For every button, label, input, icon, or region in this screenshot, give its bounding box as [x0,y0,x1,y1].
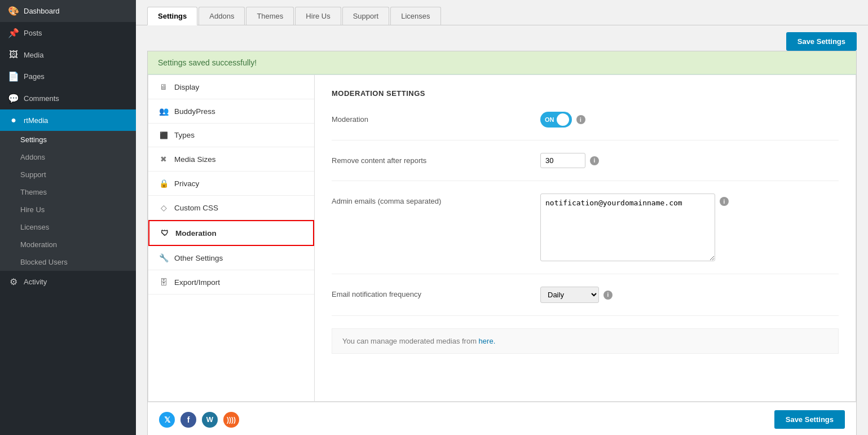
sidebar-item-label: Activity [24,278,47,286]
toggle-knob [557,113,569,126]
custom-css-icon: ◇ [158,203,169,212]
moderation-label: Moderation [332,112,540,124]
dashboard-icon: 🎨 [8,6,19,16]
nav-item-display[interactable]: 🖥 Display [148,75,314,99]
setting-row-admin-emails: Admin emails (comma separated) notificat… [332,194,839,274]
moderation-icon: 🛡 [160,229,170,238]
admin-emails-input[interactable]: notification@yourdomainname.com [540,194,715,261]
email-frequency-label: Email notification frequency [332,287,540,298]
settings-nav: 🖥 Display 👥 BuddyPress ⬛ Types ✖ Media S… [148,75,315,401]
privacy-icon: 🔒 [158,179,169,188]
manage-moderated-link[interactable]: here. [479,337,496,345]
sidebar-item-comments[interactable]: 💬 Comments [0,87,136,109]
toggle-on-label: ON [545,116,554,123]
nav-item-other-settings[interactable]: 🔧 Other Settings [148,246,314,270]
comments-icon: 💬 [8,93,19,104]
nav-item-export-import[interactable]: 🗄 Export/Import [148,270,314,295]
email-frequency-select[interactable]: Daily Weekly Monthly Never [540,287,599,303]
moderation-info-icon[interactable]: i [576,115,585,124]
tabs-bar: Settings Addons Themes Hire Us Support L… [136,0,868,25]
sidebar-item-pages[interactable]: 📄 Pages [0,65,136,87]
sidebar-item-label: Comments [24,94,59,103]
nav-item-moderation[interactable]: 🛡 Moderation [148,220,314,246]
settings-area: Settings saved successfully! 🖥 Display 👥… [147,51,857,435]
media-sizes-icon: ✖ [158,155,169,164]
sidebar-item-dashboard[interactable]: 🎨 Dashboard [0,0,136,22]
rtmedia-icon: ● [8,115,19,125]
submenu-item-themes[interactable]: Themes [0,183,136,201]
types-icon: ⬛ [158,131,169,139]
sidebar-item-media[interactable]: 🖼 Media [0,44,136,65]
setting-row-remove-content: Remove content after reports i [332,153,839,181]
nav-item-privacy[interactable]: 🔒 Privacy [148,172,314,196]
activity-icon: ⚙ [8,276,19,287]
moderation-toggle[interactable]: ON [540,112,572,128]
pages-icon: 📄 [8,71,19,82]
sidebar-item-posts[interactable]: 📌 Posts [0,22,136,44]
moderation-control: ON i [540,112,585,128]
sidebar-item-label: Dashboard [24,7,60,15]
nav-item-media-sizes[interactable]: ✖ Media Sizes [148,147,314,172]
tab-licenses[interactable]: Licenses [390,7,440,25]
sidebar-item-activity[interactable]: ⚙ Activity [0,271,136,293]
sidebar-item-label: rtMedia [24,116,48,125]
section-title: MODERATION SETTINGS [332,89,839,98]
top-save-row: Save Settings [136,25,868,51]
wp-admin-sidebar: 🎨 Dashboard 📌 Posts 🖼 Media 📄 Pages 💬 Co… [0,0,136,435]
rss-icon[interactable]: )))) [223,412,239,428]
settings-content-panel: MODERATION SETTINGS Moderation ON i Remo… [315,75,856,401]
submenu-item-moderation[interactable]: Moderation [0,236,136,253]
submenu-item-settings[interactable]: Settings [0,131,136,148]
submenu-item-hire-us[interactable]: Hire Us [0,201,136,218]
rtmedia-submenu: Settings Addons Support Themes Hire Us L… [0,131,136,271]
main-content: Settings Addons Themes Hire Us Support L… [136,0,868,435]
tab-addons[interactable]: Addons [199,7,245,25]
save-settings-button-bottom[interactable]: Save Settings [774,410,845,429]
nav-item-types[interactable]: ⬛ Types [148,124,314,147]
buddypress-icon: 👥 [158,107,169,116]
tab-themes[interactable]: Themes [246,7,294,25]
admin-emails-info-icon[interactable]: i [720,197,729,206]
tab-support[interactable]: Support [342,7,390,25]
tab-settings[interactable]: Settings [147,7,197,25]
remove-content-info-icon[interactable]: i [590,156,599,165]
email-frequency-control: Daily Weekly Monthly Never i [540,287,613,303]
export-import-icon: 🗄 [158,278,169,287]
setting-row-moderation: Moderation ON i [332,112,839,140]
tab-hire-us[interactable]: Hire Us [295,7,341,25]
email-frequency-info-icon[interactable]: i [603,291,613,300]
admin-emails-label: Admin emails (comma separated) [332,194,540,205]
twitter-icon[interactable]: 𝕏 [159,412,175,428]
social-icons: 𝕏 f W )))) [159,412,239,428]
display-icon: 🖥 [158,82,169,91]
save-settings-button-top[interactable]: Save Settings [786,32,857,51]
settings-layout: 🖥 Display 👥 BuddyPress ⬛ Types ✖ Media S… [148,74,856,402]
nav-item-buddypress[interactable]: 👥 BuddyPress [148,99,314,124]
info-note: You can manage moderated medias from her… [332,328,839,354]
remove-content-input[interactable] [540,153,585,168]
submenu-item-addons[interactable]: Addons [0,148,136,166]
submenu-item-support[interactable]: Support [0,166,136,183]
bottom-bar: 𝕏 f W )))) Save Settings [148,402,856,435]
facebook-icon[interactable]: f [180,412,196,428]
wordpress-icon[interactable]: W [202,412,218,428]
other-settings-icon: 🔧 [158,253,169,262]
remove-content-label: Remove content after reports [332,153,540,165]
setting-row-email-frequency: Email notification frequency Daily Weekl… [332,287,839,316]
posts-icon: 📌 [8,28,19,38]
sidebar-item-label: Media [24,51,43,59]
media-icon: 🖼 [8,50,19,60]
sidebar-item-rtmedia[interactable]: ● rtMedia [0,109,136,131]
sidebar-item-label: Posts [24,29,42,37]
sidebar-item-label: Pages [24,72,45,81]
admin-emails-control: notification@yourdomainname.com i [540,194,729,261]
remove-content-control: i [540,153,599,168]
nav-item-custom-css[interactable]: ◇ Custom CSS [148,196,314,220]
submenu-item-licenses[interactable]: Licenses [0,218,136,236]
success-banner: Settings saved successfully! [148,51,856,74]
submenu-item-blocked-users[interactable]: Blocked Users [0,253,136,271]
